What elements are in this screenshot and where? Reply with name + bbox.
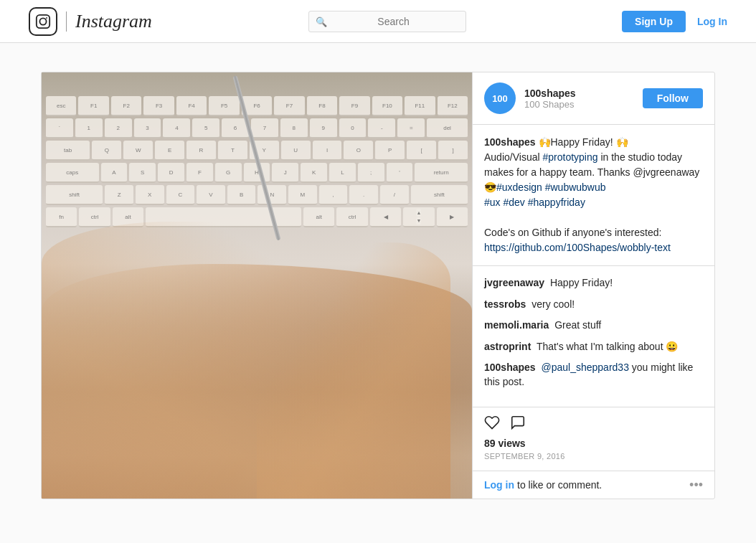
key: V: [197, 185, 225, 205]
key: F7: [274, 96, 304, 116]
key: B: [227, 185, 256, 205]
key: shift: [411, 185, 468, 205]
comment-text: That's what I'm talking about 😀: [537, 341, 678, 352]
key: `: [46, 118, 73, 138]
comment-username[interactable]: 100shapes: [484, 362, 536, 373]
comment-username[interactable]: astroprint: [484, 341, 531, 352]
caption-hashtag-dev[interactable]: #dev: [503, 197, 524, 208]
caption-text-1: Audio/Visual: [484, 151, 542, 163]
comment-username[interactable]: jvgreenaway: [484, 277, 544, 288]
key: F3: [143, 96, 174, 116]
log-in-link[interactable]: Log in: [484, 479, 514, 491]
key: C: [166, 185, 195, 205]
key: ▶: [437, 207, 468, 227]
more-options-button[interactable]: •••: [689, 478, 703, 491]
caption-hashtag-ux[interactable]: #ux: [484, 197, 501, 208]
key: esc: [46, 96, 76, 116]
post-image: esc F1 F2 F3 F4 F5 F6 F7 F8 F9 F10 F11 F…: [42, 72, 472, 499]
post-header: 100 100shapes 100 Shapes Follow: [473, 72, 714, 125]
key: tab: [46, 141, 90, 161]
svg-rect-0: [37, 14, 49, 27]
comment-item: astroprint That's what I'm talking about…: [484, 340, 703, 354]
header-actions: Sign Up Log In: [622, 11, 727, 32]
key: ;: [358, 163, 384, 183]
key: ▲ ▼: [403, 207, 434, 227]
key: del: [427, 118, 468, 138]
key: F8: [307, 96, 337, 116]
post-date: September 9, 2016: [484, 452, 703, 461]
caption-hashtag-prototyping[interactable]: #prototyping: [542, 151, 597, 163]
caption-hashtag-uxdesign[interactable]: #uxdesign: [496, 181, 542, 193]
logo-text: Instagram: [75, 11, 152, 32]
key: ': [387, 163, 413, 183]
caption-hashtag-wubwubwub[interactable]: #wubwubwub: [545, 181, 606, 193]
key: F12: [438, 96, 468, 116]
key: U: [281, 141, 311, 161]
comment-input-row: Log in to like or comment. •••: [473, 471, 714, 499]
search-container: 🔍: [308, 11, 466, 32]
signup-button[interactable]: Sign Up: [622, 11, 686, 32]
caption-username[interactable]: 100shapes: [484, 136, 536, 148]
key: P: [375, 141, 405, 161]
key: F9: [339, 96, 369, 116]
key: =: [397, 118, 425, 138]
follow-button[interactable]: Follow: [643, 88, 703, 108]
account-subname: 100 Shapes: [524, 99, 634, 110]
comment-mention[interactable]: @paul_sheppard33: [542, 362, 629, 373]
key: 8: [280, 118, 308, 138]
comment-item: tessrobs very cool!: [484, 298, 703, 312]
key: shift: [46, 185, 103, 205]
key: J: [272, 163, 298, 183]
logo-area: Instagram: [29, 7, 152, 36]
post-actions: 89 views September 9, 2016: [473, 407, 714, 471]
account-info: 100shapes 100 Shapes: [524, 88, 634, 110]
key: X: [136, 185, 164, 205]
like-button[interactable]: [484, 415, 500, 433]
avatar: 100: [484, 82, 516, 114]
key: F1: [78, 96, 108, 116]
svg-point-2: [46, 17, 47, 19]
logo-divider: [66, 11, 67, 32]
key: 4: [163, 118, 190, 138]
action-icons: [484, 415, 703, 433]
key: F5: [209, 96, 239, 116]
search-input[interactable]: [308, 11, 466, 32]
key: return: [415, 163, 468, 183]
key: ◀: [370, 207, 401, 227]
comment-button[interactable]: [510, 415, 526, 433]
key: Q: [92, 141, 121, 161]
key: T: [218, 141, 247, 161]
key: caps: [46, 163, 99, 183]
comment-item: 100shapes @paul_sheppard33 you might lik…: [484, 361, 703, 389]
key: 7: [251, 118, 278, 138]
comment-item: jvgreenaway Happy Friday!: [484, 276, 703, 291]
key: L: [329, 163, 356, 183]
caption-github-text: Code's on Github if anyone's interested:: [484, 227, 661, 238]
key: I: [313, 141, 342, 161]
instagram-icon: [29, 7, 57, 36]
account-name[interactable]: 100shapes: [524, 88, 634, 99]
comments-section: jvgreenaway Happy Friday! tessrobs very …: [473, 266, 714, 407]
comment-username[interactable]: memoli.maria: [484, 319, 549, 331]
caption-github-link[interactable]: https://github.com/100Shapes/wobbly-text: [484, 242, 671, 253]
key: G: [215, 163, 242, 183]
key: 1: [75, 118, 103, 138]
login-button[interactable]: Log In: [697, 16, 727, 27]
key: 3: [134, 118, 161, 138]
key: F4: [176, 96, 207, 116]
post-container: esc F1 F2 F3 F4 F5 F6 F7 F8 F9 F10 F11 F…: [41, 72, 715, 499]
comment-username[interactable]: tessrobs: [484, 298, 526, 310]
comment-prompt: to like or comment.: [517, 479, 602, 491]
caption-hashtag-happyfriday[interactable]: #happyfriday: [528, 197, 585, 208]
caption-emoji: 🙌Happy Friday! 🙌: [539, 136, 628, 148]
key: F2: [111, 96, 141, 116]
key: /: [380, 185, 409, 205]
key: W: [123, 141, 153, 161]
key: ctrl: [79, 207, 110, 227]
comment-item: memoli.maria Great stuff: [484, 318, 703, 333]
key: 0: [339, 118, 367, 138]
key: ,: [319, 185, 348, 205]
comment-text: Happy Friday!: [550, 277, 613, 288]
key: ]: [438, 141, 468, 161]
post-caption: 100shapes 🙌Happy Friday! 🙌 Audio/Visual …: [473, 125, 714, 266]
